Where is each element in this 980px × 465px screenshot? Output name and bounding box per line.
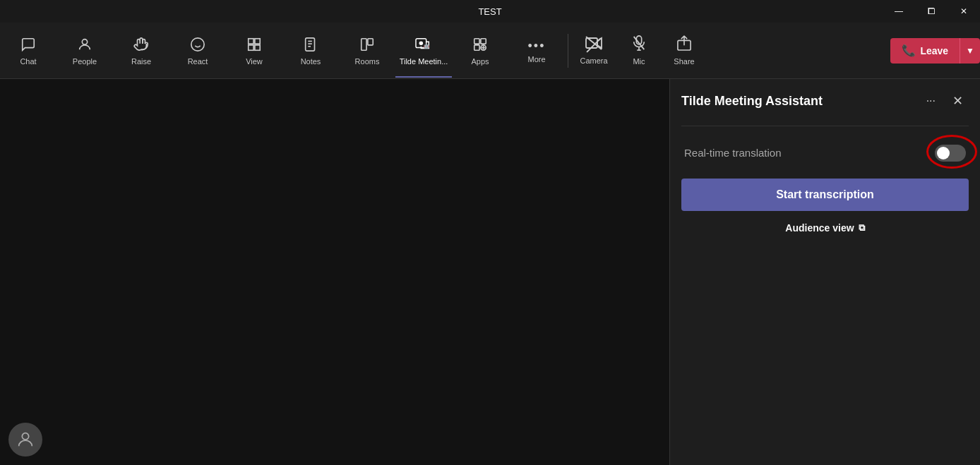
camera-button[interactable]: Camera: [571, 24, 616, 78]
nav-item-notes[interactable]: Notes: [282, 24, 339, 78]
audience-view-external-icon: ⧉: [859, 222, 865, 234]
panel-header-actions: ··· ✕: [921, 90, 969, 111]
panel-separator: [681, 126, 969, 126]
svg-point-15: [419, 41, 424, 45]
nav-item-tilde[interactable]: 🤖 Tilde Meetin...: [395, 24, 452, 78]
view-icon: [246, 37, 262, 54]
notes-icon: [303, 37, 318, 54]
close-button[interactable]: ✕: [948, 0, 980, 23]
toolbar-divider: [568, 34, 568, 68]
mic-button[interactable]: Mic: [616, 24, 662, 78]
react-icon: [190, 37, 205, 54]
nav-item-raise[interactable]: Raise: [113, 24, 169, 78]
svg-rect-18: [481, 39, 486, 44]
svg-rect-17: [474, 39, 479, 44]
translation-row: Real-time translation: [681, 143, 969, 162]
leave-dropdown-button[interactable]: ▼: [960, 38, 980, 64]
svg-point-30: [22, 433, 28, 440]
nav-label-more: More: [527, 55, 545, 64]
svg-point-0: [82, 40, 87, 44]
chat-icon: [20, 37, 36, 54]
share-icon: [677, 35, 691, 54]
svg-rect-8: [306, 38, 315, 51]
people-icon: [77, 37, 92, 54]
nav-item-apps[interactable]: Apps: [452, 24, 508, 78]
share-button[interactable]: Share: [662, 24, 707, 78]
leave-button-container: 📞 Leave ▼: [890, 38, 980, 64]
mic-icon: [632, 35, 646, 54]
toolbar: Chat People Raise: [0, 23, 980, 79]
svg-rect-13: [368, 39, 373, 45]
video-area: [0, 79, 669, 465]
svg-rect-12: [361, 39, 366, 51]
nav-label-rooms: Rooms: [355, 57, 380, 66]
rooms-icon: [359, 37, 375, 54]
nav-item-view[interactable]: View: [226, 24, 282, 78]
panel-more-button[interactable]: ···: [921, 92, 941, 110]
main-content: Tilde Meeting Assistant ··· ✕ Real-time …: [0, 79, 980, 465]
share-label: Share: [674, 57, 694, 66]
nav-item-more[interactable]: ••• More: [508, 24, 565, 78]
app-title: TEST: [478, 6, 501, 17]
mic-label: Mic: [633, 57, 645, 66]
translation-toggle[interactable]: [935, 145, 966, 162]
nav-item-people[interactable]: People: [56, 24, 113, 78]
leave-chevron-icon: ▼: [966, 46, 974, 56]
svg-rect-4: [249, 39, 253, 44]
camera-label: Camera: [580, 56, 607, 65]
title-bar: TEST — ⧠ ✕: [0, 0, 980, 23]
toolbar-nav: Chat People Raise: [0, 23, 885, 78]
nav-item-react[interactable]: React: [169, 24, 226, 78]
leave-phone-icon: 📞: [902, 44, 916, 57]
svg-rect-19: [474, 45, 479, 50]
toggle-wrapper: [935, 143, 966, 162]
camera-icon: [585, 36, 602, 54]
panel-title: Tilde Meeting Assistant: [681, 94, 823, 109]
nav-label-view: View: [246, 57, 263, 66]
apps-icon: [472, 37, 488, 54]
more-icon: •••: [528, 40, 546, 52]
svg-rect-23: [586, 38, 597, 48]
svg-rect-6: [249, 45, 253, 50]
panel-close-button[interactable]: ✕: [947, 90, 969, 111]
start-transcription-button[interactable]: Start transcription: [681, 179, 969, 211]
raise-icon: [133, 37, 149, 54]
tilde-icon: 🤖: [414, 37, 433, 54]
svg-text:🤖: 🤖: [424, 43, 429, 49]
nav-label-apps: Apps: [471, 57, 489, 66]
minimize-button[interactable]: —: [883, 0, 915, 23]
translation-label: Real-time translation: [684, 147, 782, 159]
nav-label-raise: Raise: [131, 57, 151, 66]
leave-button[interactable]: 📞 Leave: [890, 38, 960, 64]
svg-rect-5: [255, 39, 260, 44]
nav-item-rooms[interactable]: Rooms: [339, 24, 395, 78]
maximize-button[interactable]: ⧠: [915, 0, 948, 23]
avatar: [8, 423, 42, 457]
nav-label-notes: Notes: [301, 57, 321, 66]
svg-point-1: [191, 38, 204, 51]
panel-header: Tilde Meeting Assistant ··· ✕: [681, 90, 969, 111]
panel-more-icon: ···: [926, 95, 936, 107]
nav-label-tilde: Tilde Meetin...: [400, 57, 448, 66]
nav-label-people: People: [73, 57, 97, 66]
audience-view-label: Audience view: [785, 222, 854, 234]
svg-rect-7: [255, 45, 260, 50]
nav-label-react: React: [188, 57, 208, 66]
audience-view-button[interactable]: Audience view ⧉: [681, 222, 969, 234]
window-controls: — ⧠ ✕: [883, 0, 980, 23]
side-panel: Tilde Meeting Assistant ··· ✕ Real-time …: [669, 79, 980, 465]
leave-label: Leave: [920, 45, 948, 56]
nav-label-chat: Chat: [20, 57, 36, 66]
nav-item-chat[interactable]: Chat: [0, 24, 56, 78]
